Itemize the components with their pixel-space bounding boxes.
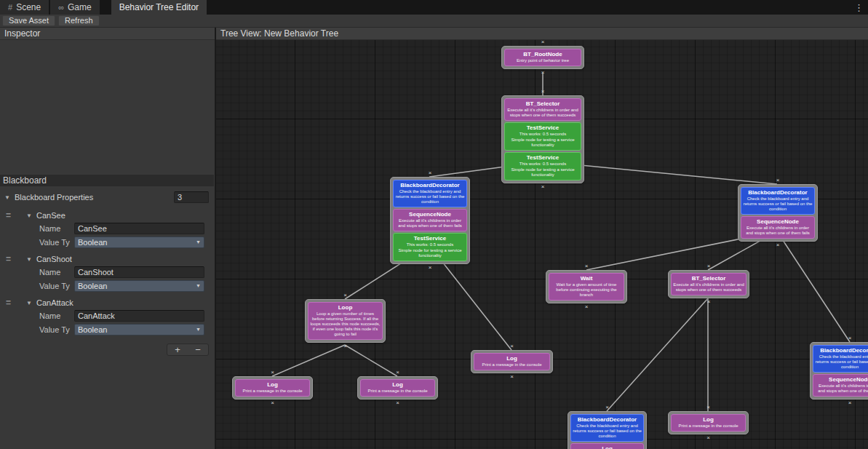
property-head: = ▼ CanShoot (0, 253, 214, 265)
node-log-center[interactable]: ××LogPrint a message in the console (471, 350, 553, 373)
tab-behavior-tree-editor[interactable]: Behavior Tree Editor (111, 0, 207, 15)
tree-view-header: Tree View: New Behavior Tree (216, 28, 868, 40)
node-description: Simple node for testing a service functi… (506, 167, 579, 178)
node-block-action: LogPrint a message in the console (570, 443, 644, 449)
node-description: This works: 0.5 seconds (506, 162, 579, 167)
property-title: CanAttack (36, 298, 73, 307)
property-title: CanSee (36, 211, 65, 220)
game-icon: ∞ (58, 3, 64, 12)
node-description: Entry point of behavior tree (506, 58, 579, 63)
connector-pin-icon[interactable]: × (271, 400, 274, 406)
node-description: Print a message in the console (237, 389, 308, 394)
node-bt-rootnode[interactable]: ××BT_RootNodeEntry point of behavior tre… (501, 46, 584, 69)
tab-scene[interactable]: # Scene (0, 0, 49, 15)
node-description: Execute all it's childrens in order and … (506, 108, 579, 118)
node-description: Check the blackboard entry and returns s… (395, 189, 465, 204)
node-description: Check the blackboard entry and returns s… (815, 354, 868, 370)
node-blackboard-decorator-sequence-edge[interactable]: ××BlackboardDecoratorCheck the blackboar… (810, 342, 868, 400)
window-menu-icon[interactable]: ⋮ (854, 0, 864, 15)
drag-handle-icon[interactable]: = (6, 254, 23, 264)
node-log-left-2[interactable]: ××LogPrint a message in the console (357, 376, 438, 400)
refresh-button[interactable]: Refresh (58, 15, 100, 26)
add-property-button[interactable]: + (167, 344, 188, 355)
remove-property-button[interactable]: − (188, 344, 208, 355)
property-type-row: Value Ty Boolean ▼ (0, 279, 214, 293)
connector-pin-icon[interactable]: × (706, 435, 710, 441)
connector-pin-icon[interactable]: × (541, 89, 545, 95)
tab-game[interactable]: ∞ Game (50, 0, 100, 15)
connector-pin-icon[interactable]: × (707, 299, 711, 305)
node-log-right[interactable]: ××LogPrint a message in the console (668, 411, 749, 434)
drag-handle-icon[interactable]: = (6, 210, 23, 220)
connector-pin-icon[interactable]: × (541, 184, 545, 190)
name-label: Name (39, 224, 73, 233)
connector-pin-icon[interactable]: × (541, 70, 545, 76)
connector-pin-icon[interactable]: × (396, 370, 399, 376)
edge (607, 298, 708, 411)
node-description: Execute all it's childrens in order and … (395, 218, 465, 229)
property-type-row: Value Ty Boolean ▼ (0, 235, 214, 249)
blackboard-count-field[interactable] (174, 191, 209, 203)
connector-pin-icon[interactable]: × (343, 293, 347, 298)
node-blackboard-decorator-sequence-left[interactable]: ××BlackboardDecoratorCheck the blackboar… (390, 177, 470, 264)
chevron-down-icon: ▼ (196, 283, 201, 288)
node-wait[interactable]: ××WaitWait for a given amount of time be… (546, 270, 627, 303)
property-name-input[interactable] (74, 310, 204, 322)
blackboard-property-CanSee: = ▼ CanSee Name Value Ty Boolean ▼ (0, 210, 214, 249)
value-type-label: Value Ty (39, 238, 73, 247)
connector-pin-icon[interactable]: × (776, 242, 780, 248)
property-name-input[interactable] (74, 266, 204, 278)
tree-canvas[interactable]: ××BT_RootNodeEntry point of behavior tre… (216, 40, 868, 449)
node-log-left-1[interactable]: ××LogPrint a message in the console (232, 376, 313, 400)
connector-pin-icon[interactable]: × (271, 370, 274, 376)
node-blackboard-decorator-sequence-right[interactable]: ××BlackboardDecoratorCheck the blackboar… (738, 184, 818, 242)
node-bt-selector-right[interactable]: ××BT_SelectorExecute all it's childrens … (668, 270, 749, 298)
node-block-decorator: BlackboardDecoratorCheck the blackboard … (570, 414, 644, 442)
connector-pin-icon[interactable]: × (510, 343, 514, 349)
value-type-dropdown[interactable]: Boolean ▼ (74, 237, 204, 248)
property-name-row: Name (0, 265, 214, 279)
connector-pin-icon[interactable]: × (585, 263, 589, 269)
connector-pin-icon[interactable]: × (848, 400, 852, 406)
drag-handle-icon[interactable]: = (6, 298, 23, 308)
node-block-decorator: BlackboardDecoratorCheck the blackboard … (813, 345, 868, 373)
blackboard-header: Blackboard (0, 175, 214, 186)
node-loop[interactable]: ××LoopLoop a given number of times befor… (305, 299, 386, 343)
foldout-icon[interactable]: ▼ (26, 212, 33, 219)
node-description: Loop a given number of times before retu… (310, 311, 381, 337)
edge (345, 345, 397, 376)
foldout-icon[interactable]: ▼ (4, 194, 12, 201)
node-block-action: SequenceNodeExecute all it's childrens i… (741, 216, 815, 239)
connector-pin-icon[interactable]: × (541, 40, 545, 45)
node-description: Simple node for testing a service functi… (395, 248, 465, 258)
foldout-icon[interactable]: ▼ (26, 256, 33, 263)
node-bt-selector-top[interactable]: ××BT_SelectorExecute all it's childrens … (501, 95, 584, 183)
node-description: Check the blackboard entry and returns s… (573, 424, 642, 439)
node-block-action: BT_RootNodeEntry point of behavior tree (504, 49, 581, 66)
foldout-icon[interactable]: ▼ (26, 300, 33, 306)
node-description: Simple node for testing a service functi… (506, 138, 579, 148)
connector-pin-icon[interactable]: × (429, 170, 432, 176)
node-title: Log (573, 445, 642, 449)
node-title: Log (476, 355, 548, 362)
value-type-dropdown[interactable]: Boolean ▼ (74, 280, 204, 292)
connector-pin-icon[interactable]: × (706, 405, 710, 410)
node-title: BlackboardDecorator (815, 347, 868, 354)
connector-pin-icon[interactable]: × (429, 265, 432, 271)
name-label: Name (39, 268, 73, 277)
node-blackboard-decorator-log-bottom[interactable]: ××BlackboardDecoratorCheck the blackboar… (568, 411, 647, 449)
connector-pin-icon[interactable]: × (510, 374, 514, 380)
node-block-action: LogPrint a message in the console (474, 353, 550, 370)
property-name-input[interactable] (74, 223, 204, 234)
connector-pin-icon[interactable]: × (776, 178, 780, 183)
connector-pin-icon[interactable]: × (605, 405, 609, 410)
tab-behavior-tree-editor-label: Behavior Tree Editor (119, 2, 199, 12)
connector-pin-icon[interactable]: × (343, 343, 347, 349)
connector-pin-icon[interactable]: × (396, 400, 399, 406)
connector-pin-icon[interactable]: × (585, 304, 589, 310)
node-description: Check the blackboard entry and returns s… (743, 196, 813, 212)
value-type-dropdown[interactable]: Boolean ▼ (74, 324, 204, 335)
connector-pin-icon[interactable]: × (707, 263, 711, 269)
connector-pin-icon[interactable]: × (848, 335, 852, 341)
save-asset-button[interactable]: Save Asset (2, 15, 55, 26)
